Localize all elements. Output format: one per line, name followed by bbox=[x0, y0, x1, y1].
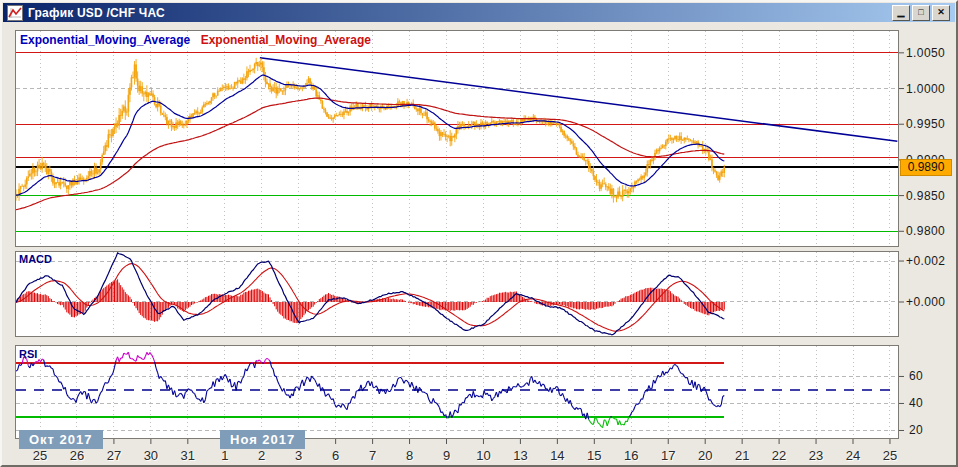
trendline bbox=[260, 58, 897, 142]
chart-canvas[interactable] bbox=[2, 2, 958, 467]
macd-dashed-levels bbox=[16, 261, 898, 302]
price-levels bbox=[16, 53, 898, 231]
ema-fast-legend: Exponential_Moving_Average bbox=[20, 33, 190, 47]
axis-ticks bbox=[40, 53, 904, 444]
rsi-gridlines bbox=[40, 346, 890, 438]
price-gridlines bbox=[40, 31, 890, 246]
indicator-legend: Exponential_Moving_Average Exponential_M… bbox=[20, 33, 371, 47]
rsi-panel-label: RSI bbox=[19, 348, 37, 360]
macd-gridlines bbox=[40, 252, 890, 336]
app-window: График USD /CHF ЧАС ▁ □ ✕ Exponential_Mo… bbox=[0, 0, 958, 467]
ema-slow-legend: Exponential_Moving_Average bbox=[201, 33, 371, 47]
macd-plot bbox=[16, 253, 724, 335]
rsi-dashed-levels bbox=[16, 376, 898, 430]
macd-panel-label: MACD bbox=[19, 253, 52, 265]
